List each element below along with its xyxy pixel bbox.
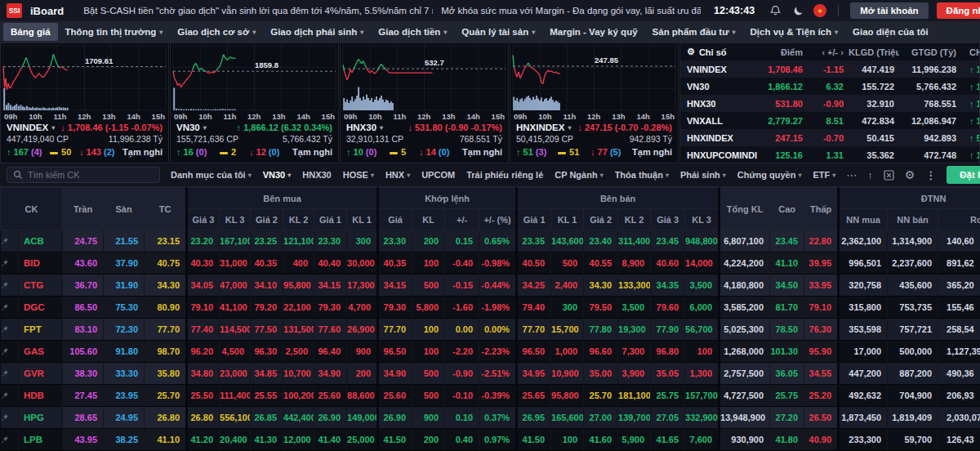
subcol-17[interactable]: NN bán	[888, 209, 938, 230]
cell-b-gia3[interactable]: 40.30	[187, 252, 220, 275]
cell-kl[interactable]: 500	[412, 363, 445, 385]
col-tong-kl[interactable]: Tổng KL	[719, 188, 770, 230]
menu-item-giao-dich-tien[interactable]: Giao dịch tiền▾	[371, 23, 454, 41]
cell-nn-ban[interactable]: 2,237,600	[888, 252, 938, 275]
cell-tran[interactable]: 24.75	[63, 230, 104, 252]
cell-b-gia3[interactable]: 34.80	[187, 363, 220, 385]
cell-san[interactable]: 23.95	[104, 385, 145, 407]
subcol-9[interactable]: +/- (%)	[479, 209, 517, 230]
cell-b-gia3[interactable]: 41.20	[187, 429, 220, 451]
cell-pct[interactable]: -0.98%	[479, 252, 517, 275]
cell-b-kl3[interactable]: 556,100	[220, 407, 251, 429]
cell-b-gia2[interactable]: 40.35	[251, 252, 283, 275]
cell-gia[interactable]: 23.30	[378, 230, 412, 252]
pin-icon[interactable]	[1, 407, 19, 429]
search-input[interactable]	[28, 170, 142, 180]
cell-pct[interactable]: 0.00%	[479, 319, 517, 341]
pin-icon[interactable]	[1, 275, 19, 297]
cell-room[interactable]: 1,127,39	[938, 341, 980, 363]
index-row-hnx30[interactable]: HNX30531.80-0.9032.910768.551↑ 10 5	[680, 95, 979, 112]
cell-b-kl1[interactable]: 30,000	[347, 252, 378, 275]
cell-tran[interactable]: 86.50	[63, 297, 104, 319]
cell-tc[interactable]: 98.70	[145, 341, 187, 363]
cell-thap[interactable]: 40.90	[804, 429, 839, 451]
cell-s-gia3[interactable]: 77.90	[651, 319, 685, 341]
cell-pct[interactable]: 0.65%	[479, 230, 517, 252]
cell-s-gia1[interactable]: 96.50	[517, 341, 551, 363]
cell-pct[interactable]: -0.39%	[479, 385, 517, 407]
cell-cao[interactable]: 36.05	[770, 363, 804, 385]
cell-tran[interactable]: 38.30	[63, 363, 104, 385]
cell-b-kl3[interactable]: 20,400	[220, 429, 251, 451]
cell-thap[interactable]: 34.55	[804, 363, 839, 385]
ticker-row-bid[interactable]: BID43.6037.9040.7540.3031,00040.3540040.…	[1, 252, 980, 275]
ticker-symbol[interactable]: LPB	[19, 429, 63, 451]
cell-san[interactable]: 38.25	[104, 429, 145, 451]
menu-item-margin-vay-ky-quy[interactable]: Margin - Vay ký quỹ	[542, 23, 644, 41]
cell-tran[interactable]: 83.10	[63, 319, 104, 341]
cell-s-gia1[interactable]: 79.40	[517, 297, 551, 319]
index-name-dropdown[interactable]: HNX30▾	[346, 123, 383, 132]
cell-tong-kl[interactable]: 3,585,200	[719, 297, 770, 319]
cell-s-kl2[interactable]: 311,400	[618, 230, 651, 252]
cell-pct[interactable]: -2.51%	[479, 363, 517, 385]
cell-s-kl2[interactable]: 139,700	[618, 407, 651, 429]
cell-nn-ban[interactable]: 59,700	[888, 429, 938, 451]
cell-b-kl1[interactable]: 17,300	[347, 275, 378, 297]
index-row-hnxupcomindi[interactable]: HNXUPCOMINDI125.161.3135.362472.748↑ 121…	[680, 146, 979, 163]
cell-b-gia3[interactable]: 25.50	[187, 385, 220, 407]
cell-s-gia3[interactable]: 34.35	[651, 275, 685, 297]
col-tran[interactable]: Trần	[63, 188, 104, 230]
cell-room[interactable]: 155,46	[938, 297, 980, 319]
cell-tong-kl[interactable]: 4,727,500	[719, 385, 770, 407]
cell-b-gia3[interactable]: 26.80	[187, 407, 220, 429]
cell-gia[interactable]: 79.30	[378, 297, 412, 319]
cell-room[interactable]: 258,54	[938, 319, 980, 341]
menu-item-quan-ly-tai-san[interactable]: Quản lý tài sản▾	[454, 23, 542, 41]
cell-s-gia3[interactable]: 40.60	[651, 252, 685, 275]
subcol-0[interactable]: Giá 3	[187, 209, 220, 230]
cell-thap[interactable]: 33.95	[804, 275, 839, 297]
ticker-symbol[interactable]: BID	[19, 252, 63, 275]
cell-kl[interactable]: 500	[412, 275, 445, 297]
col-ck[interactable]: CK	[1, 188, 63, 230]
cell-cao[interactable]: 101.30	[770, 341, 804, 363]
cell-thap[interactable]: 76.30	[804, 319, 839, 341]
index-name-dropdown[interactable]: VN30▾	[176, 123, 207, 132]
ticker-symbol[interactable]: FPT	[19, 319, 63, 341]
cell-nn-ban[interactable]: 1,819,409	[888, 407, 938, 429]
cell-tran[interactable]: 43.60	[63, 252, 104, 275]
group-ben-ban[interactable]: Bên bán	[517, 188, 719, 209]
subcol-14[interactable]: Giá 3	[651, 209, 685, 230]
cell-thap[interactable]: 26.50	[804, 407, 839, 429]
col-chi-so[interactable]: ⚙Chỉ số	[680, 47, 759, 57]
cell-s-gia3[interactable]: 23.45	[651, 230, 685, 252]
cell-b-kl1[interactable]: 200	[347, 363, 378, 385]
cell-tc[interactable]: 41.10	[145, 429, 187, 451]
ticker-row-dgc[interactable]: DGC86.5075.3080.9079.1041,10079.2022,100…	[1, 297, 980, 319]
cell-tong-kl[interactable]: 1,268,000	[719, 341, 770, 363]
cell-thap[interactable]: 25.20	[804, 385, 839, 407]
cell-b-gia1[interactable]: 79.30	[314, 297, 347, 319]
cell-s-kl1[interactable]: 15,700	[551, 319, 584, 341]
ticker-symbol[interactable]: GAS	[19, 341, 63, 363]
cell-thap[interactable]: 39.95	[804, 252, 839, 275]
cell-nn-mua[interactable]: 353,598	[839, 319, 888, 341]
tab-hose[interactable]: HOSE▾	[343, 170, 374, 180]
ticker-symbol[interactable]: HPG	[19, 407, 63, 429]
cell-pct[interactable]: 0.97%	[479, 429, 517, 451]
cell-b-kl1[interactable]: 26,900	[347, 319, 378, 341]
cell-thap[interactable]: 79.10	[804, 297, 839, 319]
cell-s-kl1[interactable]: 95,800	[551, 385, 584, 407]
menu-item-bang-gia[interactable]: Bảng giá	[3, 23, 58, 41]
cell-thap[interactable]: 22.80	[804, 230, 839, 252]
cell-b-gia3[interactable]: 77.40	[187, 319, 220, 341]
cell-b-kl2[interactable]: 400	[283, 252, 314, 275]
cell-san[interactable]: 33.30	[104, 363, 145, 385]
subcol-1[interactable]: KL 3	[220, 209, 251, 230]
cell-pct[interactable]: 0.37%	[479, 407, 517, 429]
cell-b-gia3[interactable]: 34.05	[187, 275, 220, 297]
subcol-8[interactable]: +/-	[445, 209, 479, 230]
cell-nn-ban[interactable]: 1,314,900	[888, 230, 938, 252]
open-account-button[interactable]: Mở tài khoản	[850, 2, 928, 19]
